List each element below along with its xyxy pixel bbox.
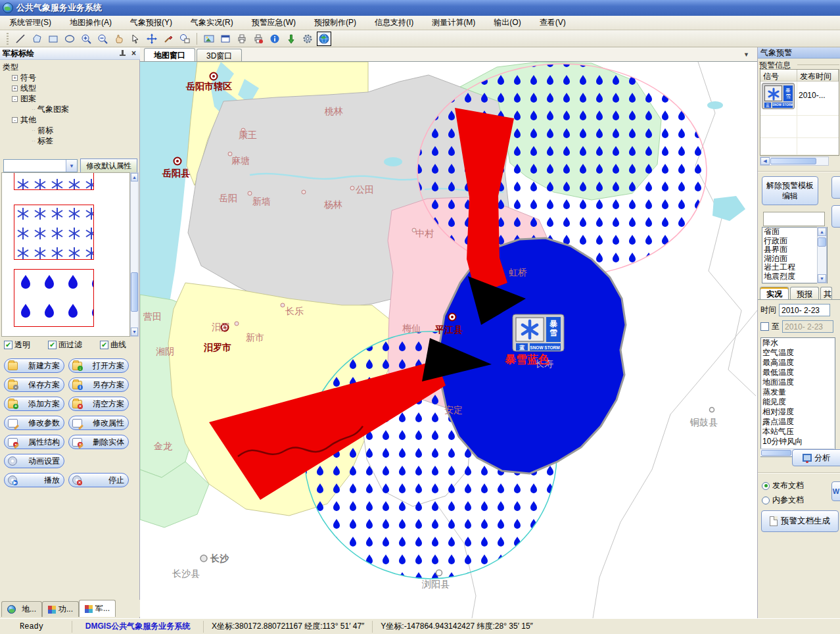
scroll-up-icon[interactable]: ▲ — [818, 228, 826, 236]
warning-doc-generate-button[interactable]: 预警文档生成 — [761, 510, 839, 532]
radio-publish-doc[interactable]: 发布文档 — [762, 480, 804, 491]
warning-table[interactable]: 信号 发布时间 暴雪 蓝 SNOW STORM 2010-... — [760, 69, 839, 156]
pattern-swatch-list[interactable] — [1, 172, 130, 337]
scroll-down-icon[interactable]: ▼ — [818, 274, 826, 283]
checkbox-transparent[interactable]: ✔透明 — [4, 339, 30, 351]
list-item[interactable]: 10分钟风向 — [762, 437, 835, 447]
tab-overflow-icon[interactable]: ▼ — [743, 51, 749, 58]
hidden-button-partial[interactable] — [831, 205, 840, 228]
tree-item-label-mark[interactable]: ··标签 — [32, 135, 134, 146]
scroll-left-icon[interactable]: ◀ — [760, 157, 770, 165]
tree-root[interactable]: 类型 — [3, 62, 134, 72]
stop-button[interactable]: ×停止 — [68, 473, 129, 487]
zoom-in-icon[interactable] — [79, 32, 93, 46]
save-as-scheme-button[interactable]: i另存方案 — [68, 378, 129, 392]
tab-function[interactable]: 功... — [42, 601, 79, 617]
tree-item-arrow-mark[interactable]: ··箭标 — [32, 125, 134, 135]
menu-view[interactable]: 查看(V) — [540, 17, 566, 28]
tab-3d-window[interactable]: 3D窗口 — [197, 49, 242, 61]
menu-forecast[interactable]: 气象预报(Y) — [130, 17, 172, 28]
list-item[interactable]: 地面温度 — [762, 378, 835, 387]
radio-icon[interactable] — [762, 497, 770, 504]
swatch-snowflake-partial[interactable] — [14, 172, 94, 190]
hidden-button-partial[interactable] — [831, 176, 840, 199]
select-arrow-icon[interactable] — [128, 32, 143, 46]
delete-entity-button[interactable]: ×删除实体 — [68, 435, 129, 449]
radio-internal-doc[interactable]: 内参文档 — [762, 495, 804, 506]
scroll-up-icon[interactable]: ▲ — [131, 173, 138, 182]
scroll-thumb[interactable] — [131, 272, 138, 312]
obs-element-listbox[interactable]: 降水 空气温度 最高温度 最低温度 地面温度 蒸发量 能见度 相对湿度 露点温度… — [760, 337, 835, 457]
tree-item-linetype[interactable]: +线型 — [12, 83, 134, 93]
tab-map[interactable]: 地... — [1, 601, 42, 617]
col-signal[interactable]: 信号 — [760, 70, 797, 81]
list-item[interactable]: 最高温度 — [762, 358, 835, 368]
menu-system[interactable]: 系统管理(S) — [9, 17, 51, 28]
to-checkbox[interactable] — [760, 322, 769, 331]
line-tool-icon[interactable] — [13, 32, 28, 46]
chevron-down-icon[interactable]: ▼ — [66, 160, 77, 172]
ellipse-tool-icon[interactable] — [62, 32, 77, 46]
add-scheme-button[interactable]: +添加方案 — [4, 397, 64, 411]
checkbox-curve[interactable]: ✔曲线 — [100, 339, 126, 351]
swatch-raindrop[interactable] — [14, 269, 94, 327]
clear-scheme-button[interactable]: ×清空方案 — [68, 397, 129, 411]
list-item[interactable]: 蒸发量 — [762, 387, 835, 397]
modify-default-attr-button[interactable]: 修改默认属性 — [80, 158, 137, 173]
expander-icon[interactable]: - — [12, 96, 18, 102]
printer-icon[interactable] — [235, 32, 249, 46]
pattern-combobox[interactable]: ▼ — [3, 159, 78, 172]
tab-military[interactable]: 军... — [79, 600, 116, 617]
scroll-thumb[interactable] — [770, 158, 816, 164]
menu-live-weather[interactable]: 气象实况(R) — [191, 17, 233, 28]
zoom-out-icon[interactable] — [95, 32, 110, 46]
template-preview-box[interactable] — [763, 212, 825, 226]
swatch-snowflake[interactable] — [14, 205, 94, 260]
pin-icon[interactable] — [119, 49, 126, 58]
checkbox-icon[interactable]: ✔ — [100, 341, 108, 349]
tab-forecast[interactable]: 预报 — [790, 287, 819, 299]
attr-structure-button[interactable]: ▪属性结构 — [4, 435, 64, 449]
expander-icon[interactable]: + — [12, 85, 18, 91]
download-arrow-icon[interactable] — [284, 32, 298, 46]
map-canvas[interactable]: 岳阳市辖区 桃林 康王 麻塘 岳阳县 岳阳 新墙 公田 杨林 中村 虹桥 长乐 … — [140, 62, 757, 618]
list-item[interactable]: 空气温度 — [762, 348, 835, 358]
tree-item-pattern[interactable]: -图案 — [12, 93, 134, 104]
tree-item-weather-pattern[interactable]: ··气象图案 — [32, 104, 134, 114]
checkbox-icon[interactable]: ✔ — [4, 341, 12, 349]
time-field[interactable]: 2010- 2-23 — [779, 304, 830, 316]
style-brush-icon[interactable] — [161, 32, 175, 46]
checkbox-icon[interactable]: ✔ — [48, 341, 57, 349]
menu-forecast-make[interactable]: 预报制作(P) — [314, 17, 356, 28]
open-scheme-button[interactable]: ↓打开方案 — [68, 358, 129, 373]
tab-other-partial[interactable]: 其 — [820, 287, 832, 299]
layer-list-scrollbar[interactable]: ▲ ▼ — [817, 227, 827, 283]
list-item[interactable]: 降水 — [762, 338, 835, 348]
scroll-thumb[interactable] — [818, 237, 826, 247]
rectangle-tool-icon[interactable] — [46, 32, 60, 46]
cancel-warning-template-button[interactable]: 解除预警模板编辑 — [762, 176, 818, 205]
menu-output[interactable]: 输出(O) — [494, 17, 521, 28]
list-item[interactable]: 相对湿度 — [762, 407, 835, 417]
polygon-tool-icon[interactable] — [30, 32, 44, 46]
modify-params-button[interactable]: 修改参数 — [4, 416, 64, 430]
tree-item-symbol[interactable]: +符号 — [12, 72, 134, 83]
menu-info-support[interactable]: 信息支持(I) — [375, 17, 413, 28]
tab-live[interactable]: 实况 — [760, 287, 789, 299]
play-button[interactable]: ▶播放 — [4, 473, 64, 487]
menu-map-ops[interactable]: 地图操作(A) — [70, 17, 112, 28]
menu-warning[interactable]: 预警应急(W) — [252, 17, 296, 28]
info-icon[interactable] — [268, 32, 282, 46]
expander-icon[interactable]: - — [12, 117, 18, 123]
toolbar-grip[interactable] — [7, 33, 9, 45]
modify-attrs-button[interactable]: 修改属性 — [68, 416, 129, 430]
globe-3d-icon[interactable] — [317, 32, 331, 46]
swatch-scrollbar[interactable]: ▲ ▼ — [130, 172, 139, 337]
radio-icon[interactable] — [762, 482, 770, 490]
list-item[interactable]: 露点温度 — [762, 417, 835, 427]
tab-map-window[interactable]: 地图窗口 — [144, 48, 195, 61]
scroll-thumb[interactable] — [761, 450, 791, 456]
new-scheme-button[interactable]: 新建方案 — [4, 358, 64, 373]
expander-icon[interactable]: + — [12, 75, 18, 81]
checkbox-face-filter[interactable]: ✔面过滤 — [48, 339, 82, 351]
